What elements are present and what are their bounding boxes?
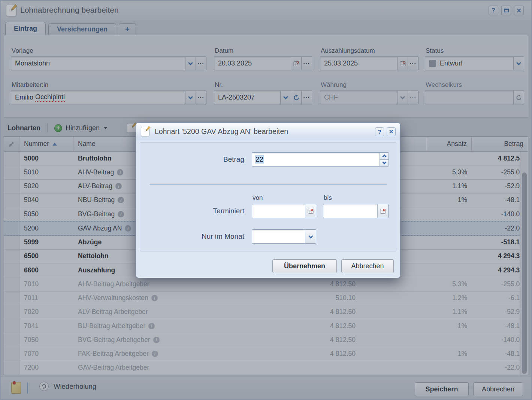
stepper-down-button[interactable] — [380, 159, 389, 167]
bis-label: bis — [324, 194, 332, 202]
dialog-titlebar: Lohnart '5200 GAV Abzug AN' bearbeiten ?… — [136, 123, 400, 140]
number-stepper — [380, 153, 389, 166]
selected-text: 22 — [255, 155, 264, 164]
dialog-content: Betrag 22 von bis Terminiert — [140, 142, 396, 251]
dialog-title: Lohnart '5200 GAV Abzug AN' bearbeiten — [155, 127, 288, 136]
stepper-up-button[interactable] — [380, 153, 389, 159]
chevron-down-icon[interactable] — [305, 230, 316, 243]
lohnart-edit-dialog: Lohnart '5200 GAV Abzug AN' bearbeiten ?… — [136, 122, 400, 278]
dialog-help-button[interactable]: ? — [375, 127, 384, 136]
betrag-label: Betrag — [144, 155, 244, 164]
von-label: von — [253, 194, 263, 202]
dialog-separator — [149, 184, 387, 185]
uebernehmen-button[interactable]: Übernehmen — [272, 259, 337, 273]
edit-pencil-icon — [141, 127, 149, 136]
terminiert-bis-input[interactable] — [323, 204, 389, 218]
calendar-icon[interactable] — [377, 204, 388, 218]
dialog-close-button[interactable]: ✕ — [387, 127, 396, 136]
terminiert-von-input[interactable] — [252, 204, 316, 218]
nur-im-monat-value — [252, 230, 305, 243]
nur-im-monat-select[interactable] — [252, 229, 316, 244]
app-window: Lohnabrechnung bearbeiten ? ✕ Eintrag Ve… — [0, 0, 532, 400]
dialog-abbrechen-button[interactable]: Abbrechen — [341, 259, 394, 273]
nur-im-monat-label: Nur im Monat — [144, 232, 244, 241]
calendar-icon[interactable] — [305, 204, 316, 218]
betrag-input[interactable]: 22 — [252, 152, 389, 167]
terminiert-label: Terminiert — [144, 207, 244, 215]
